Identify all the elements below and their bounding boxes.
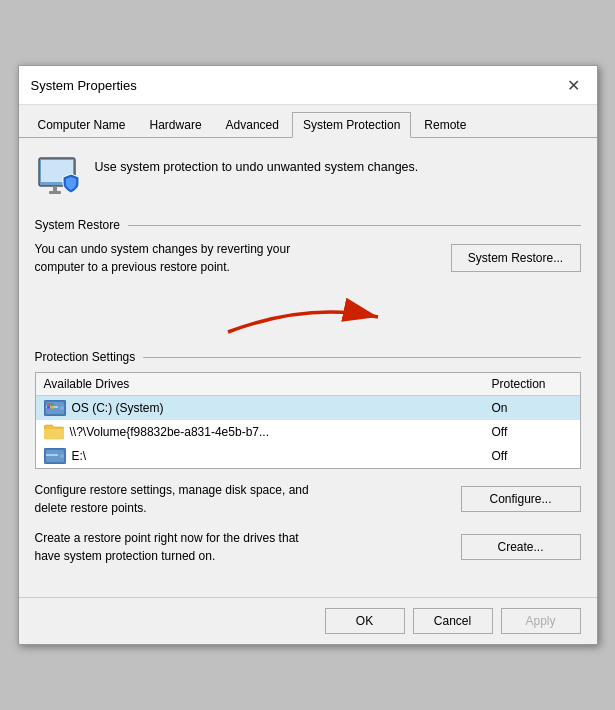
system-restore-button[interactable]: System Restore... (451, 244, 581, 272)
protection-settings-label: Protection Settings (35, 350, 581, 364)
header-section: Use system protection to undo unwanted s… (35, 154, 581, 202)
close-button[interactable]: ✕ (563, 74, 585, 96)
tab-advanced[interactable]: Advanced (215, 112, 290, 138)
configure-row: Configure restore settings, manage disk … (35, 481, 581, 517)
arrow-container (35, 292, 581, 342)
drive-label-volume: \\?\Volume{f98832be-a831-4e5b-b7... (70, 425, 270, 439)
apply-button[interactable]: Apply (501, 608, 581, 634)
header-text: Use system protection to undo unwanted s… (95, 158, 419, 177)
col-available-drives: Available Drives (44, 377, 492, 391)
cancel-button[interactable]: Cancel (413, 608, 493, 634)
folder-icon (44, 424, 64, 440)
hdd-system-icon (44, 400, 66, 416)
table-row[interactable]: OS (C:) (System) On (36, 396, 580, 420)
svg-point-15 (60, 454, 64, 458)
hint-arrow-icon (208, 292, 408, 342)
configure-description: Configure restore settings, manage disk … (35, 481, 325, 517)
svg-rect-16 (46, 454, 58, 456)
drives-table: Available Drives Protection (35, 372, 581, 469)
table-header: Available Drives Protection (36, 373, 580, 396)
protection-settings-section: Protection Settings Available Drives Pro… (35, 350, 581, 565)
tab-system-protection[interactable]: System Protection (292, 112, 411, 138)
main-content: Use system protection to undo unwanted s… (19, 138, 597, 597)
create-row: Create a restore point right now for the… (35, 529, 581, 565)
bottom-bar: OK Cancel Apply (19, 597, 597, 644)
tab-remote[interactable]: Remote (413, 112, 477, 138)
system-properties-dialog: System Properties ✕ Computer Name Hardwa… (18, 65, 598, 645)
drive-name-volume: \\?\Volume{f98832be-a831-4e5b-b7... (44, 424, 492, 440)
svg-rect-9 (47, 403, 50, 406)
drive-name-e: E:\ (44, 448, 492, 464)
hdd-icon (44, 448, 66, 464)
tabs-container: Computer Name Hardware Advanced System P… (19, 105, 597, 138)
restore-row: You can undo system changes by reverting… (35, 240, 581, 276)
tab-hardware[interactable]: Hardware (139, 112, 213, 138)
create-description: Create a restore point right now for the… (35, 529, 325, 565)
col-protection: Protection (492, 377, 572, 391)
drive-label-c: OS (C:) (System) (72, 401, 164, 415)
drive-prot-volume: Off (492, 425, 572, 439)
configure-button[interactable]: Configure... (461, 486, 581, 512)
drive-prot-e: Off (492, 449, 572, 463)
svg-rect-11 (47, 406, 50, 409)
drive-label-e: E:\ (72, 449, 87, 463)
system-restore-label: System Restore (35, 218, 581, 232)
system-protection-icon (35, 154, 83, 202)
restore-description: You can undo system changes by reverting… (35, 240, 295, 276)
drive-prot-c: On (492, 401, 572, 415)
title-bar: System Properties ✕ (19, 66, 597, 105)
table-row[interactable]: E:\ Off (36, 444, 580, 468)
system-restore-section: System Restore You can undo system chang… (35, 218, 581, 276)
create-button[interactable]: Create... (461, 534, 581, 560)
svg-rect-12 (50, 406, 53, 409)
table-row[interactable]: \\?\Volume{f98832be-a831-4e5b-b7... Off (36, 420, 580, 444)
tab-computer-name[interactable]: Computer Name (27, 112, 137, 138)
dialog-title: System Properties (31, 78, 137, 93)
svg-rect-3 (49, 191, 61, 194)
ok-button[interactable]: OK (325, 608, 405, 634)
drive-name-c: OS (C:) (System) (44, 400, 492, 416)
svg-rect-10 (50, 403, 53, 406)
svg-point-7 (60, 406, 64, 410)
